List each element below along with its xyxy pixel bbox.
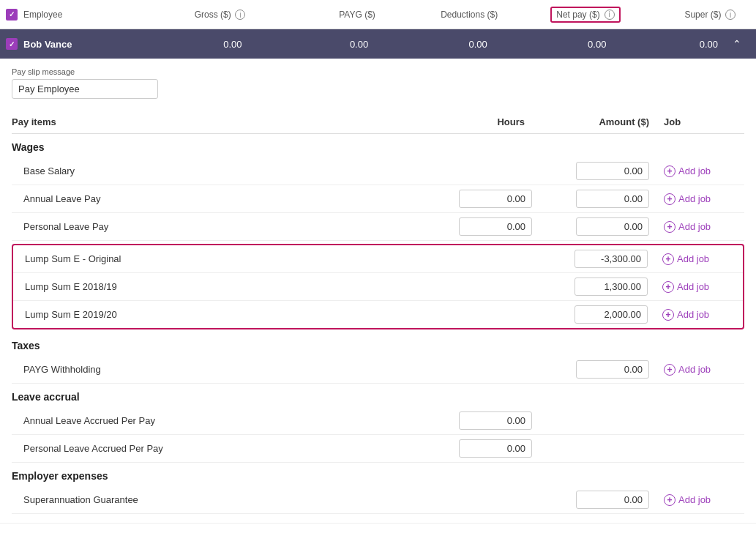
add-job-label: Add job	[678, 165, 711, 176]
pay-item-row: Annual Leave Accrued Per Pay	[12, 407, 744, 435]
base-salary-add-job-button[interactable]: + Add job	[664, 165, 711, 177]
pay-item-row: PAYG Withholding + Add job	[12, 356, 744, 384]
lump-sum-e-original-add-job-button[interactable]: + Add job	[662, 253, 709, 265]
personal-leave-accrued-input[interactable]	[459, 439, 532, 458]
payg-withholding-input[interactable]	[576, 360, 649, 379]
pay-slip-label: Pay slip message	[12, 67, 744, 76]
annual-leave-amount-input[interactable]	[576, 190, 649, 208]
payg-col-header: PAYG ($)	[339, 10, 375, 20]
taxes-section-title: Taxes	[12, 332, 744, 356]
superannuation-add-job-button[interactable]: + Add job	[664, 494, 711, 506]
pay-item-name: Personal Leave Accrued Per Pay	[12, 443, 290, 454]
pay-slip-input[interactable]	[12, 79, 158, 99]
employee-checkbox[interactable]	[6, 38, 18, 50]
amount-col-header: Amount ($)	[539, 116, 656, 127]
annual-leave-hours-input[interactable]	[459, 190, 532, 208]
employer-expenses-section-title: Employer expenses	[12, 463, 744, 486]
pay-item-row: Personal Leave Accrued Per Pay	[12, 435, 744, 463]
netpay-info-icon[interactable]: i	[605, 10, 615, 20]
pay-item-amount	[539, 491, 656, 509]
add-job-label: Add job	[678, 364, 711, 375]
netpay-col-header: Net pay ($)	[556, 10, 599, 20]
pay-item-job: + Add job	[655, 309, 743, 321]
leave-accrual-section-title: Leave accrual	[12, 384, 744, 407]
pay-item-name: Superannuation Guarantee	[12, 494, 290, 505]
pay-item-row: Base Salary + Add job	[12, 157, 744, 185]
pay-item-name: Personal Leave Pay	[12, 221, 290, 232]
employee-name: Bob Vance	[23, 39, 72, 50]
expand-arrow-icon[interactable]: ⌃	[733, 38, 741, 50]
pay-item-amount	[539, 360, 656, 379]
base-salary-input[interactable]	[576, 162, 649, 180]
netpay-col-header-box: Net pay ($) i	[550, 7, 620, 23]
add-job-circle-icon: +	[664, 221, 675, 233]
pay-item-row: Lump Sum E - Original + Add job	[13, 245, 743, 273]
add-job-label: Add job	[678, 193, 711, 204]
pay-item-job: + Add job	[656, 165, 744, 177]
add-job-circle-icon: +	[662, 281, 674, 293]
pay-items-header: Pay items Hours Amount ($) Job	[12, 111, 744, 134]
lump-sum-e-2019-input[interactable]	[575, 305, 648, 324]
payg-withholding-add-job-button[interactable]: + Add job	[664, 364, 711, 376]
pay-item-name: Annual Leave Pay	[12, 193, 290, 204]
pay-item-name: PAYG Withholding	[12, 364, 290, 375]
employee-deductions: 0.00	[468, 39, 487, 50]
pay-slip-section: Pay slip message	[12, 67, 744, 99]
superannuation-guarantee-input[interactable]	[576, 491, 649, 509]
employee-col-header: Employee	[23, 10, 62, 20]
pay-item-job: + Add job	[656, 494, 744, 506]
lump-sum-e-original-input[interactable]	[575, 250, 648, 268]
personal-leave-amount-input[interactable]	[576, 217, 649, 236]
pay-item-name: Annual Leave Accrued Per Pay	[12, 415, 290, 426]
pay-item-amount	[538, 305, 655, 324]
super-info-icon[interactable]: i	[725, 10, 736, 20]
annual-leave-accrued-input[interactable]	[459, 411, 532, 430]
employee-netpay: 0.00	[588, 39, 606, 50]
add-job-circle-icon: +	[664, 165, 675, 177]
gross-info-icon[interactable]: i	[235, 10, 245, 20]
lump-sum-e-2019-add-job-button[interactable]: + Add job	[662, 309, 709, 321]
add-job-circle-icon: +	[662, 253, 674, 265]
employee-gross: 0.00	[223, 39, 242, 50]
personal-leave-add-job-button[interactable]: + Add job	[664, 221, 711, 233]
add-job-label: Add job	[677, 281, 709, 292]
pay-item-job: + Add job	[656, 193, 744, 205]
pay-item-row: Personal Leave Pay + Add job	[12, 213, 744, 241]
pay-item-name: Base Salary	[12, 165, 290, 176]
lump-sum-e-2018-input[interactable]	[575, 278, 648, 296]
pay-item-hours	[290, 217, 539, 236]
hours-col-header: Hours	[290, 116, 539, 127]
super-col-header: Super ($)	[684, 10, 721, 20]
select-all-checkbox[interactable]	[6, 9, 18, 21]
pay-item-row: Lump Sum E 2019/20 + Add job	[13, 301, 743, 328]
pay-item-amount	[538, 278, 655, 296]
pay-item-amount	[539, 162, 656, 180]
add-job-label: Add job	[678, 221, 711, 232]
pay-item-row: Lump Sum E 2018/19 + Add job	[13, 273, 743, 301]
employee-super: 0.00	[700, 39, 718, 50]
add-job-label: Add job	[677, 253, 709, 264]
annual-leave-add-job-button[interactable]: + Add job	[664, 193, 711, 205]
pay-item-job: + Add job	[655, 281, 743, 293]
pay-item-hours	[290, 190, 539, 208]
content-area: Pay slip message Pay items Hours Amount …	[0, 59, 756, 524]
lump-sum-e-2018-add-job-button[interactable]: + Add job	[662, 281, 709, 293]
add-job-circle-icon: +	[664, 494, 675, 506]
pay-item-job: + Add job	[655, 253, 743, 265]
personal-leave-hours-input[interactable]	[459, 217, 532, 236]
job-col-header: Job	[656, 116, 744, 127]
pay-item-row: Annual Leave Pay + Add job	[12, 185, 744, 213]
lump-sum-highlighted-group: Lump Sum E - Original + Add job Lump Sum…	[12, 244, 744, 329]
table-header: Employee Gross ($) i PAYG ($) Deductions…	[0, 0, 756, 29]
pay-item-amount	[538, 250, 655, 268]
employee-row: Bob Vance 0.00 0.00 0.00 0.00 0.00 ⌃	[0, 29, 756, 59]
deductions-col-header: Deductions ($)	[441, 10, 498, 20]
add-job-circle-icon: +	[664, 364, 675, 376]
pay-item-hours	[290, 439, 539, 458]
pay-items-col-header: Pay items	[12, 116, 290, 127]
pay-item-name: Lump Sum E - Original	[13, 253, 291, 264]
pay-item-name: Lump Sum E 2019/20	[13, 309, 291, 320]
employee-payg: 0.00	[350, 39, 368, 50]
pay-item-amount	[539, 217, 656, 236]
wages-section-title: Wages	[12, 134, 744, 157]
